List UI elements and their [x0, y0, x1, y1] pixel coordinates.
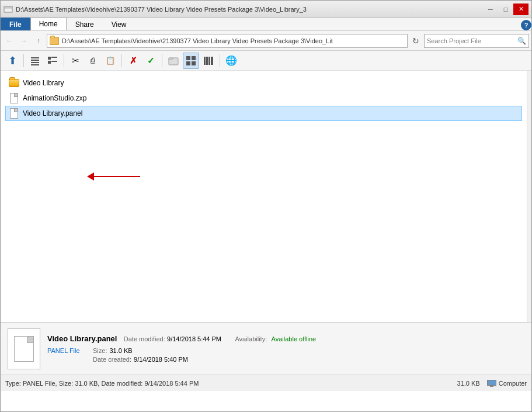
file-name: AnimationStudio.zxp — [23, 94, 86, 102]
app-icon — [4, 5, 13, 14]
forward-button[interactable]: → — [18, 34, 30, 48]
ribbon-tabs: File Home Share View ? — [1, 18, 531, 31]
upload-button[interactable]: ⬆ — [4, 53, 20, 69]
preview-size-label: Size: — [93, 347, 107, 354]
arrow-annotation — [87, 172, 140, 181]
computer-label: Computer — [499, 380, 527, 387]
svg-rect-19 — [211, 57, 213, 65]
preview-date-modified-label: Date modified: — [124, 335, 165, 342]
window-controls[interactable]: ─ □ ✕ — [483, 4, 528, 15]
svg-rect-3 — [31, 60, 39, 61]
delete-button[interactable]: ✗ — [125, 53, 141, 69]
file-icon — [8, 92, 20, 104]
svg-rect-15 — [192, 61, 196, 65]
toolbar-separator-4 — [162, 54, 162, 67]
main-wrapper: Video Library AnimationStudio.zxp Video … — [1, 71, 531, 322]
preview-file-type: PANEL File — [47, 347, 88, 354]
title-bar: D:\Assets\AE Templates\Videohive\2139037… — [1, 1, 531, 18]
svg-rect-2 — [31, 57, 39, 58]
new-folder-button[interactable] — [165, 53, 182, 69]
preview-bar: Video Library.panel Date modified: 9/14/… — [1, 322, 531, 375]
view-detail-button[interactable] — [44, 53, 61, 69]
svg-rect-6 — [48, 57, 51, 60]
paste-button[interactable]: 📋 — [102, 53, 119, 69]
minimize-button[interactable]: ─ — [483, 4, 498, 15]
tab-share[interactable]: Share — [67, 18, 103, 30]
search-icon: 🔍 — [517, 37, 526, 45]
preview-availability-label: Availability: — [235, 335, 267, 342]
computer-icon — [487, 380, 496, 387]
svg-rect-4 — [31, 62, 39, 63]
search-input[interactable] — [427, 37, 517, 44]
svg-rect-11 — [169, 58, 173, 60]
toolbar-separator-5 — [220, 54, 220, 67]
svg-rect-16 — [204, 57, 206, 65]
status-text: Type: PANEL File, Size: 31.0 KB, Date mo… — [5, 380, 199, 387]
address-text: D:\Assets\AE Templates\Videohive\2139037… — [62, 37, 333, 44]
preview-details: Video Library.panel Date modified: 9/14/… — [47, 334, 524, 363]
scrollbar[interactable] — [527, 71, 531, 322]
preview-file-icon — [8, 328, 40, 369]
svg-rect-7 — [51, 57, 57, 58]
svg-rect-8 — [48, 61, 51, 64]
list-item[interactable]: Video Library — [5, 75, 522, 91]
refresh-button[interactable]: ↻ — [409, 34, 422, 48]
status-right: 31.0 KB Computer — [457, 380, 527, 387]
preview-availability: Available offline — [272, 335, 317, 342]
arrow-line — [93, 176, 140, 177]
file-name: Video Library.panel — [23, 109, 82, 117]
copy-button[interactable]: ⎙ — [85, 53, 101, 69]
list-item[interactable]: Video Library.panel — [5, 106, 522, 121]
view-tiles-button[interactable] — [183, 53, 199, 69]
maximize-button[interactable]: □ — [498, 4, 513, 15]
address-box[interactable]: D:\Assets\AE Templates\Videohive\2139037… — [47, 34, 408, 48]
preview-date-created-label: Date created: — [93, 356, 131, 363]
svg-rect-9 — [51, 61, 57, 62]
list-item[interactable]: AnimationStudio.zxp — [5, 91, 522, 106]
svg-rect-5 — [31, 64, 39, 65]
view-list-button[interactable] — [27, 53, 43, 69]
rename-button[interactable]: ✓ — [142, 53, 159, 69]
svg-rect-18 — [208, 57, 210, 65]
up-button[interactable]: ↑ — [32, 34, 45, 48]
toolbar-separator-2 — [64, 54, 64, 67]
svg-rect-21 — [488, 380, 496, 385]
preview-size: 31.0 KB — [109, 347, 132, 354]
view-list2-button[interactable] — [200, 53, 217, 69]
address-bar-row: ← → ↑ D:\Assets\AE Templates\Videohive\2… — [1, 31, 531, 51]
tab-file[interactable]: File — [1, 18, 30, 30]
folder-icon — [50, 37, 59, 45]
globe-button[interactable]: 🌐 — [223, 53, 239, 69]
svg-rect-12 — [186, 56, 190, 60]
svg-rect-22 — [490, 386, 493, 387]
preview-date-created: 9/14/2018 5:40 PM — [134, 356, 188, 363]
tab-view[interactable]: View — [103, 18, 135, 30]
window-title: D:\Assets\AE Templates\Videohive\2139037… — [16, 6, 307, 13]
folder-icon — [8, 77, 20, 89]
cut-button[interactable]: ✂ — [67, 53, 84, 69]
file-icon — [8, 108, 20, 119]
close-button[interactable]: ✕ — [513, 4, 528, 15]
status-bar: Type: PANEL File, Size: 31.0 KB, Date mo… — [1, 375, 531, 391]
main-content: Video Library AnimationStudio.zxp Video … — [1, 71, 531, 322]
computer-section: Computer — [487, 380, 527, 387]
svg-rect-17 — [206, 57, 208, 65]
toolbar-separator-3 — [121, 54, 122, 67]
svg-rect-13 — [192, 56, 196, 60]
tab-home[interactable]: Home — [30, 18, 67, 30]
file-list: Video Library AnimationStudio.zxp Video … — [1, 71, 527, 322]
search-box[interactable]: 🔍 — [424, 34, 529, 48]
back-button[interactable]: ← — [3, 34, 16, 48]
svg-rect-1 — [4, 6, 12, 8]
toolbar-row: ⬆ ✂ ⎙ 📋 ✗ ✓ 🌐 — [1, 51, 531, 71]
svg-rect-14 — [186, 61, 190, 65]
file-name: Video Library — [23, 79, 64, 87]
status-size: 31.0 KB — [457, 380, 480, 387]
preview-icon-inner — [14, 336, 34, 362]
help-button[interactable]: ? — [521, 20, 531, 30]
toolbar-separator-1 — [23, 54, 24, 67]
preview-filename: Video Library.panel — [47, 334, 117, 343]
preview-date-modified: 9/14/2018 5:44 PM — [167, 335, 221, 342]
